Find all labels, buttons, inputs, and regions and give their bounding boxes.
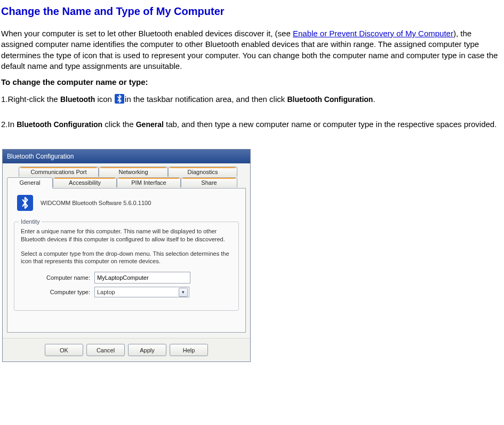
text: click the: [102, 120, 136, 129]
general-tab-label: General: [136, 120, 164, 129]
page-title: Change the Name and Type of My Computer: [1, 4, 504, 19]
computer-name-input[interactable]: [94, 272, 190, 284]
identity-legend: Identity: [19, 218, 42, 226]
steps-list: 1. Right-click the Bluetooth icon in the…: [1, 94, 497, 133]
tab-general[interactable]: General: [7, 177, 53, 188]
step-1-text: Right-click the Bluetooth icon in the ta…: [8, 94, 497, 108]
ok-button[interactable]: OK: [45, 344, 83, 356]
bluetooth-configuration-label: Bluetooth Configuration: [287, 95, 373, 104]
text: Right-click the: [8, 95, 60, 104]
step-number: 2.: [1, 119, 8, 133]
step-number: 1.: [1, 94, 8, 108]
apply-button[interactable]: Apply: [128, 344, 166, 356]
link-enable-prevent-discovery[interactable]: Enable or Prevent Discovery of My Comput…: [293, 29, 453, 38]
bluetooth-icon: [115, 94, 124, 104]
text: In: [8, 120, 17, 129]
tab-accessibility[interactable]: Accessibility: [53, 177, 117, 187]
text: tab, and then type a new computer name o…: [164, 120, 497, 129]
bluetooth-icon: [17, 195, 33, 211]
identity-group: Identity Enter a unique name for this co…: [14, 222, 239, 311]
tab-communications-port[interactable]: Communications Port: [19, 167, 99, 177]
computer-type-select[interactable]: Laptop ▾: [94, 287, 189, 297]
identity-help-text-1: Enter a unique name for this computer. T…: [21, 227, 232, 243]
text: in the taskbar notification area, and th…: [125, 95, 287, 104]
dialog-titlebar: Bluetooth Configuration: [3, 149, 250, 163]
text: icon: [95, 95, 114, 104]
intro-text-before: When your computer is set to let other B…: [1, 29, 293, 38]
computer-type-value: Laptop: [97, 288, 115, 296]
steps-heading: To change the computer name or type:: [1, 77, 504, 88]
tab-networking[interactable]: Networking: [99, 167, 168, 177]
bluetooth-configuration-dialog: Bluetooth Configuration Communications P…: [2, 149, 251, 363]
help-button[interactable]: Help: [170, 344, 208, 356]
general-tab-panel: WIDCOMM Bluetooth Software 5.6.0.1100 Id…: [7, 188, 246, 333]
software-version-label: WIDCOMM Bluetooth Software 5.6.0.1100: [41, 199, 151, 207]
tab-row-front: General Accessibility PIM Interface Shar…: [7, 177, 246, 188]
intro-paragraph: When your computer is set to let other B…: [1, 28, 504, 72]
tab-share[interactable]: Share: [181, 177, 237, 187]
bluetooth-label: Bluetooth: [60, 95, 95, 104]
cancel-button[interactable]: Cancel: [86, 344, 125, 356]
text: .: [373, 95, 375, 104]
computer-type-label: Computer type:: [21, 288, 94, 296]
tab-diagnostics[interactable]: Diagnostics: [168, 167, 237, 177]
bluetooth-configuration-label: Bluetooth Configuration: [17, 120, 102, 129]
tab-pim-interface[interactable]: PIM Interface: [117, 177, 181, 187]
computer-name-label: Computer name:: [21, 274, 94, 282]
identity-help-text-2: Select a computer type from the drop-dow…: [21, 250, 232, 266]
chevron-down-icon[interactable]: ▾: [179, 288, 188, 297]
step-2-text: In Bluetooth Configuration click the Gen…: [8, 119, 497, 133]
tab-row-back: Communications Port Networking Diagnosti…: [19, 167, 246, 178]
dialog-button-bar: OK Cancel Apply Help: [3, 338, 250, 361]
